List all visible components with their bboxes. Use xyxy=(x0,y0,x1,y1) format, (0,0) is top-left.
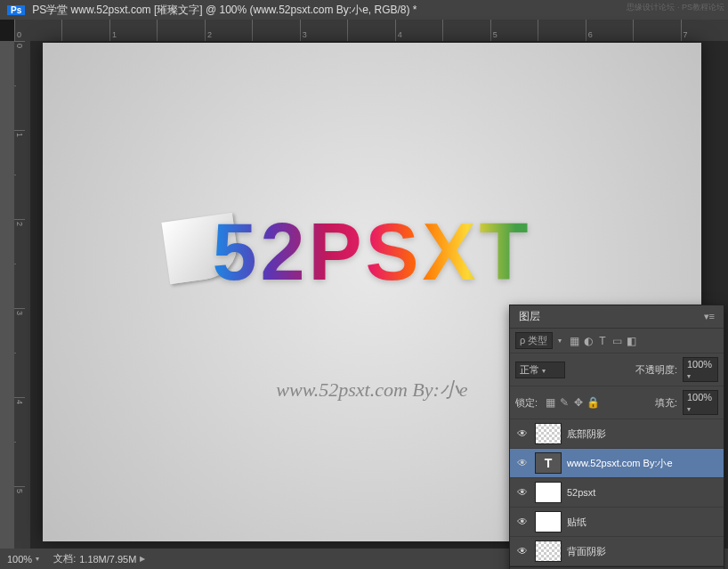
fill-value[interactable]: 100% ▾ xyxy=(683,390,718,415)
ruler-tick xyxy=(14,353,16,397)
visibility-eye-icon[interactable]: 👁 xyxy=(515,427,530,440)
visibility-eye-icon[interactable]: 👁 xyxy=(515,545,530,557)
zoom-level[interactable]: 100% ▾ xyxy=(7,554,39,565)
layer-row[interactable]: 👁背面阴影 xyxy=(510,537,724,566)
layer-filter-icon[interactable]: ◐ xyxy=(581,334,595,348)
layer-thumbnail[interactable] xyxy=(535,511,562,532)
layer-row[interactable]: 👁底部阴影 xyxy=(510,419,724,449)
blend-mode-select[interactable]: 正常 ▾ xyxy=(515,362,565,378)
ruler-tick: 3 xyxy=(300,20,347,41)
layer-thumbnail[interactable]: T xyxy=(535,452,562,474)
layers-panel[interactable]: 图层 ▾≡ ρ 类型 ▾ ▦◐T▭◧ 正常 ▾ 不透明度: 100% ▾ 锁定:… xyxy=(509,305,724,569)
visibility-eye-icon[interactable]: 👁 xyxy=(515,457,530,469)
ruler-tick xyxy=(252,20,299,41)
lock-icon[interactable]: ✎ xyxy=(557,395,571,410)
ruler-tick xyxy=(14,175,16,219)
fill-label: 填充: xyxy=(655,396,677,410)
layers-panel-tab[interactable]: 图层 ▾≡ xyxy=(510,305,724,329)
lock-icon[interactable]: ✥ xyxy=(571,395,586,410)
ruler-tick: 4 xyxy=(395,20,442,41)
layer-name[interactable]: www.52psxt.com By:小e xyxy=(567,457,673,470)
corner-watermark: 思缘设计论坛 · PS教程论坛 xyxy=(627,2,724,13)
document-title: PS学堂 www.52psxt.com [璀璨文字] @ 100% (www.5… xyxy=(32,3,417,18)
ruler-tick xyxy=(442,20,489,41)
ruler-tick: 1 xyxy=(109,20,157,41)
layer-thumbnail[interactable] xyxy=(535,423,562,444)
lock-icon[interactable]: ▦ xyxy=(543,395,557,410)
app-icon: Ps xyxy=(7,5,25,15)
ruler-tick xyxy=(538,20,585,41)
ruler-tick: 5 xyxy=(490,20,538,41)
layer-filter-row: ρ 类型 ▾ ▦◐T▭◧ xyxy=(510,329,724,354)
ruler-tick: 6 xyxy=(586,20,633,41)
chevron-right-icon[interactable]: ▶ xyxy=(140,555,145,563)
panel-menu-icon[interactable]: ▾≡ xyxy=(704,311,715,322)
layer-row[interactable]: 👁52psxt xyxy=(510,478,724,508)
layer-row[interactable]: 👁Twww.52psxt.com By:小e xyxy=(510,449,724,478)
opacity-value[interactable]: 100% ▾ xyxy=(683,357,718,382)
ruler-horizontal: 01234567 xyxy=(14,20,728,41)
ruler-tick: 5 xyxy=(14,486,25,531)
ruler-tick: 2 xyxy=(14,219,25,264)
ruler-tick: 1 xyxy=(14,130,25,175)
filter-dropdown-icon[interactable]: ▾ xyxy=(558,337,562,345)
ruler-tick xyxy=(633,20,680,41)
ruler-vertical: 012345 xyxy=(14,41,30,549)
layer-name[interactable]: 贴纸 xyxy=(567,516,586,529)
visibility-eye-icon[interactable]: 👁 xyxy=(515,516,530,528)
ruler-tick: 7 xyxy=(681,20,728,41)
ruler-tick: 4 xyxy=(14,397,25,442)
ruler-tick xyxy=(14,85,16,130)
ruler-tick xyxy=(347,20,394,41)
doc-size[interactable]: 文档:1.18M/7.95M ▶ xyxy=(53,552,145,565)
ruler-tick xyxy=(14,264,16,308)
ruler-tick xyxy=(61,20,109,41)
ruler-tick: 0 xyxy=(14,20,61,41)
opacity-label: 不透明度: xyxy=(635,363,677,377)
layer-name[interactable]: 背面阴影 xyxy=(567,545,606,558)
layers-tab-label[interactable]: 图层 xyxy=(519,309,540,324)
layer-name[interactable]: 52psxt xyxy=(567,487,595,498)
left-toolbar-strip[interactable] xyxy=(0,41,14,549)
artwork-subtext: www.52psxt.com By:小e xyxy=(276,377,467,403)
ruler-tick xyxy=(14,442,16,486)
ruler-tick: 2 xyxy=(205,20,252,41)
lock-icon[interactable]: 🔒 xyxy=(586,395,600,410)
layer-thumbnail[interactable] xyxy=(535,482,562,503)
ruler-tick xyxy=(157,20,204,41)
layer-filter-icon[interactable]: ◧ xyxy=(624,334,638,348)
blend-opacity-row: 正常 ▾ 不透明度: 100% ▾ xyxy=(510,354,724,386)
layer-filter-icon[interactable]: ▦ xyxy=(567,334,581,348)
layer-search[interactable]: ρ 类型 xyxy=(515,332,553,349)
layer-name[interactable]: 底部阴影 xyxy=(567,427,606,441)
lock-label: 锁定: xyxy=(515,396,538,410)
layer-thumbnail[interactable] xyxy=(535,541,562,562)
layer-filter-icon[interactable]: T xyxy=(595,334,610,348)
lock-fill-row: 锁定: ▦✎✥🔒 填充: 100% ▾ xyxy=(510,386,724,419)
layer-row[interactable]: 👁贴纸 xyxy=(510,508,724,537)
titlebar: Ps PS学堂 www.52psxt.com [璀璨文字] @ 100% (ww… xyxy=(0,0,728,20)
ruler-tick: 0 xyxy=(14,41,25,85)
layer-list[interactable]: 👁底部阴影👁Twww.52psxt.com By:小e👁52psxt👁贴纸👁背面… xyxy=(510,419,724,566)
main-artwork-text: 52PSXT xyxy=(212,207,531,298)
visibility-eye-icon[interactable]: 👁 xyxy=(515,486,530,499)
layer-filter-icon[interactable]: ▭ xyxy=(610,334,624,348)
ruler-tick: 3 xyxy=(14,308,25,353)
